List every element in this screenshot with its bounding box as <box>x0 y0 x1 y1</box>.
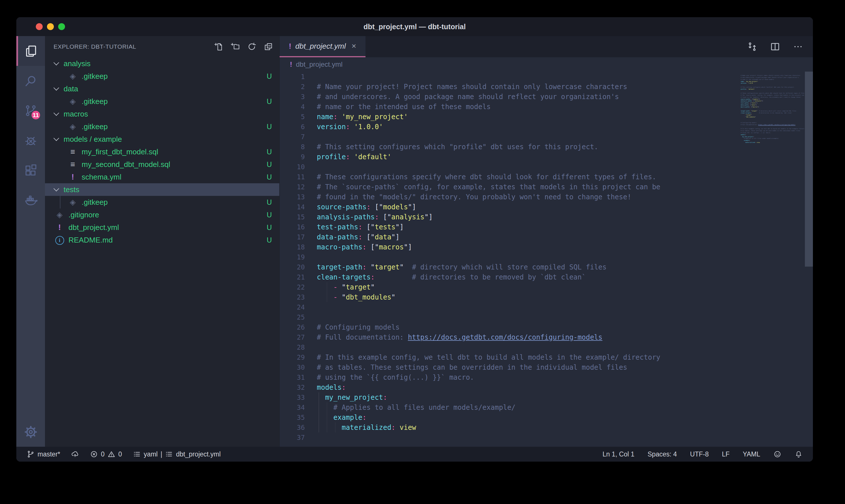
line-number: 7 <box>280 133 305 141</box>
code-line-19[interactable]: 19 <box>280 252 813 262</box>
editor-scrollbar[interactable] <box>805 72 813 447</box>
line-number: 25 <box>280 313 305 321</box>
activity-item-settings[interactable] <box>16 417 45 447</box>
code-editor[interactable]: 12# Name your project! Project names sho… <box>280 72 813 447</box>
code-line-3[interactable]: 3# and underscores. A good package name … <box>280 92 813 102</box>
code-line-30[interactable]: 30# as tables. These settings can be ove… <box>280 362 813 372</box>
code-line-7[interactable]: 7 <box>280 132 813 142</box>
code-line-33[interactable]: 33 my_new_project: <box>280 392 813 402</box>
notifications-button[interactable] <box>795 450 803 458</box>
code-line-22[interactable]: 22 - "target" <box>280 282 813 292</box>
code-line-29[interactable]: 29# In this example config, we tell dbt … <box>280 352 813 362</box>
line-number: 13 <box>280 193 305 201</box>
code-line-14[interactable]: 14source-paths: ["models"] <box>280 202 813 212</box>
code-line-15[interactable]: 15analysis-paths: ["analysis"] <box>280 212 813 222</box>
tree-file--gitignore[interactable]: ◈.gitignoreU <box>45 209 279 221</box>
code-line-26[interactable]: 26# Configuring models <box>280 322 813 332</box>
code-line-13[interactable]: 13# found in the "models/" directory. Yo… <box>280 192 813 202</box>
line-number: 10 <box>280 163 305 171</box>
tab-dbt-project-yml[interactable]: ! dbt_project.yml × <box>280 36 365 57</box>
tree-file-my-second-dbt-model-sql[interactable]: ≡my_second_dbt_model.sqlU <box>45 158 279 171</box>
refresh-icon[interactable] <box>247 42 256 51</box>
code-line-25[interactable]: 25 <box>280 312 813 322</box>
git-branch-indicator[interactable]: master* <box>26 450 60 458</box>
code-line-11[interactable]: 11# These configurations specify where d… <box>280 172 813 182</box>
errors-icon <box>90 450 98 458</box>
open-changes-icon[interactable] <box>747 41 757 52</box>
code-line-9[interactable]: 9profile: 'default' <box>280 152 813 162</box>
tree-file--gitkeep[interactable]: ◈.gitkeepU <box>45 95 279 108</box>
activity-item-search[interactable] <box>16 66 45 96</box>
code-line-36[interactable]: 36 materialized: view <box>280 422 813 432</box>
code-line-27[interactable]: 27# Full documentation: https://docs.get… <box>280 332 813 342</box>
code-line-35[interactable]: 35 example: <box>280 412 813 422</box>
code-line-6[interactable]: 6version: '1.0.0' <box>280 122 813 132</box>
tree-file-dbt-project-yml[interactable]: !dbt_project.ymlU <box>45 221 279 234</box>
tree-folder-models-example[interactable]: models / example <box>45 133 279 145</box>
code-line-17[interactable]: 17data-paths: ["data"] <box>280 232 813 242</box>
git-file-icon: ◈ <box>68 122 78 131</box>
code-line-23[interactable]: 23 - "dbt_modules" <box>280 292 813 302</box>
encoding-setting[interactable]: UTF-8 <box>690 450 709 458</box>
code-line-21[interactable]: 21clean-targets: # directories to be rem… <box>280 272 813 282</box>
sync-changes-button[interactable] <box>71 450 79 458</box>
new-folder-icon[interactable] <box>231 42 240 51</box>
line-number: 27 <box>280 334 305 341</box>
feedback-button[interactable] <box>773 450 781 458</box>
eol-setting[interactable]: LF <box>722 450 730 458</box>
line-number: 8 <box>280 143 305 151</box>
explorer-header-actions <box>214 42 273 51</box>
code-line-37[interactable]: 37 <box>280 432 813 443</box>
code-line-28[interactable]: 28 <box>280 342 813 352</box>
tree-file-schema-yml[interactable]: !schema.ymlU <box>45 171 279 183</box>
cursor-position[interactable]: Ln 1, Col 1 <box>603 450 634 458</box>
code-line-20[interactable]: 20target-path: "target" # directory whic… <box>280 262 813 272</box>
tree-file-my-first-dbt-model-sql[interactable]: ≡my_first_dbt_model.sqlU <box>45 145 279 158</box>
code-line-4[interactable]: 4# name or the intended use of these mod… <box>280 102 813 112</box>
tree-file--gitkeep[interactable]: ◈.gitkeepU <box>45 70 279 83</box>
lang-server-indicator[interactable]: yaml | dbt_project.yml <box>133 450 221 458</box>
activity-item-extensions[interactable] <box>16 155 45 185</box>
code-line-1[interactable]: 1 <box>280 72 813 82</box>
tree-item-label: .gitkeep <box>82 72 108 81</box>
code-line-2[interactable]: 2# Name your project! Project names shou… <box>280 82 813 92</box>
line-number: 9 <box>280 153 305 161</box>
line-number: 34 <box>280 404 305 411</box>
code-line-8[interactable]: 8# This setting configures which "profil… <box>280 142 813 152</box>
split-editor-icon[interactable] <box>770 41 780 52</box>
tree-file--gitkeep[interactable]: ◈.gitkeepU <box>45 196 279 209</box>
code-line-32[interactable]: 32models: <box>280 382 813 392</box>
code-line-12[interactable]: 12# The `source-paths` config, for examp… <box>280 182 813 192</box>
code-line-24[interactable]: 24 <box>280 302 813 312</box>
activity-item-source-control[interactable]: 11 <box>16 96 45 125</box>
tree-file-readme-md[interactable]: iREADME.mdU <box>45 234 279 246</box>
code-line-34[interactable]: 34 # Applies to all files under models/e… <box>280 402 813 412</box>
vscode-window: dbt_project.yml — dbt-tutorial 11 EXPLOR… <box>16 17 813 462</box>
more-actions-icon[interactable] <box>793 41 803 52</box>
indentation-setting[interactable]: Spaces: 4 <box>648 450 677 458</box>
code-line-5[interactable]: 5name: 'my_new_project' <box>280 112 813 122</box>
tree-folder-analysis[interactable]: analysis <box>45 57 279 70</box>
tree-folder-data[interactable]: data <box>45 83 279 95</box>
language-mode[interactable]: YAML <box>743 450 760 458</box>
breadcrumb[interactable]: ! dbt_project.yml <box>280 57 813 72</box>
activity-item-docker[interactable] <box>16 185 45 215</box>
run-debug-icon <box>24 134 37 147</box>
scrollbar-thumb[interactable] <box>805 72 813 267</box>
tree-folder-tests[interactable]: tests <box>45 183 279 196</box>
tab-close-icon[interactable]: × <box>352 41 356 51</box>
git-branch-icon <box>26 450 35 458</box>
tree-file--gitkeep[interactable]: ◈.gitkeepU <box>45 120 279 133</box>
tree-folder-macros[interactable]: macros <box>45 108 279 120</box>
new-file-icon[interactable] <box>214 42 223 51</box>
collapse-all-icon[interactable] <box>264 42 273 51</box>
code-line-16[interactable]: 16test-paths: ["tests"] <box>280 222 813 232</box>
problems-indicator[interactable]: 0 0 <box>90 450 122 458</box>
editor-actions <box>747 36 813 57</box>
line-number: 22 <box>280 284 305 291</box>
code-line-10[interactable]: 10 <box>280 162 813 172</box>
code-line-31[interactable]: 31# using the `{{ config(...) }}` macro. <box>280 372 813 382</box>
code-line-18[interactable]: 18macro-paths: ["macros"] <box>280 242 813 252</box>
activity-item-explorer[interactable] <box>16 36 45 66</box>
activity-item-run-debug[interactable] <box>16 125 45 155</box>
